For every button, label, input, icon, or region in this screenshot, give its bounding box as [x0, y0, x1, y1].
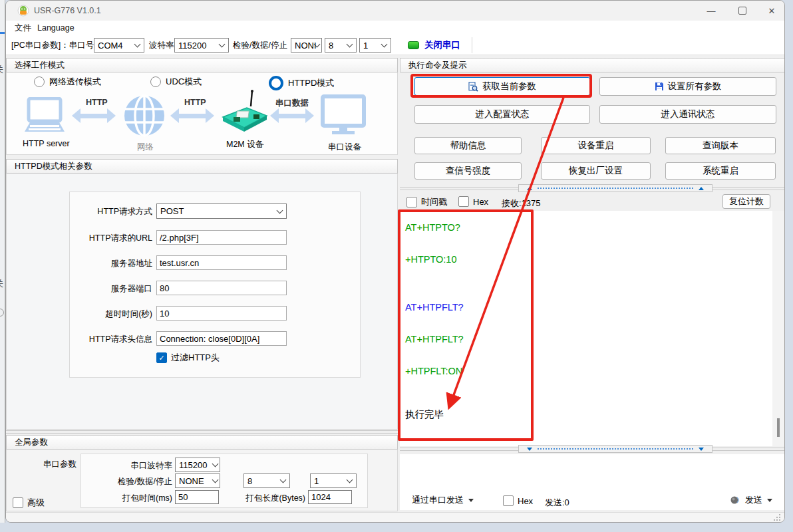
- system-reboot-button[interactable]: 系统重启: [665, 162, 776, 180]
- timeout-label: 超时时间(秒): [59, 309, 152, 320]
- enter-config-button[interactable]: 进入配置状态: [414, 105, 590, 124]
- enter-comm-button[interactable]: 进入通讯状态: [599, 105, 776, 124]
- splitter-handle[interactable]: [518, 445, 713, 453]
- recv-hex-checkbox[interactable]: Hex: [458, 196, 488, 207]
- chevron-down-icon: [219, 41, 226, 48]
- databits-select[interactable]: 8: [325, 38, 357, 53]
- reset-counter-button[interactable]: 复位计数: [722, 194, 770, 209]
- maximize-icon: [738, 7, 746, 15]
- send-via-label: 通过串口发送: [412, 494, 464, 506]
- global-databits-select[interactable]: 8: [243, 473, 290, 488]
- help-info-button[interactable]: 帮助信息: [414, 137, 522, 154]
- radio-label: 网络透传模式: [49, 76, 101, 88]
- m2m-device-icon: [220, 89, 269, 137]
- help-info-label: 帮助信息: [450, 140, 486, 152]
- packlen-input[interactable]: [308, 490, 352, 504]
- radio-transparent-mode[interactable]: 网络透传模式: [34, 76, 101, 88]
- timestamp-label: 时间戳: [421, 196, 447, 208]
- com-port-value: COM4: [98, 41, 123, 51]
- filter-http-checkbox[interactable]: ✓ 过滤HTTP头: [156, 352, 220, 364]
- chevron-down-icon: [280, 477, 287, 483]
- radio-icon: [269, 76, 283, 90]
- checkbox-icon: [406, 197, 417, 207]
- scrollbar-track[interactable]: [772, 211, 784, 446]
- global-params-header-label: 全局参数: [15, 437, 48, 448]
- timestamp-checkbox[interactable]: 时间戳: [406, 196, 447, 208]
- get-params-label: 获取当前参数: [482, 80, 536, 92]
- window-title: USR-G776 V1.0.1: [34, 1, 101, 21]
- baud-select[interactable]: 115200: [174, 38, 229, 53]
- device-reboot-label: 设备重启: [578, 140, 614, 152]
- radio-httpd-mode[interactable]: HTTPD模式: [269, 76, 334, 90]
- close-button[interactable]: ✕: [756, 1, 785, 21]
- double-arrow-icon: [270, 108, 314, 123]
- send-counter: 发送:0: [545, 497, 569, 509]
- send-via-dropdown[interactable]: 通过串口发送: [412, 494, 474, 506]
- edge-fragment-blue-line: [0, 32, 5, 34]
- commands-header: 执行命令及提示: [400, 58, 785, 72]
- chevron-down-icon: [134, 41, 141, 48]
- set-params-button[interactable]: 设置所有参数: [599, 77, 776, 96]
- http-url-input[interactable]: [156, 230, 287, 245]
- http-method-value: POST: [160, 206, 184, 216]
- packtime-label: 打包时间(ms): [86, 493, 172, 504]
- signal-strength-label: 查信号强度: [446, 165, 491, 177]
- filter-http-label: 过滤HTTP头: [171, 352, 220, 364]
- radio-label: HTTPD模式: [288, 77, 334, 89]
- device-reboot-button[interactable]: 设备重启: [541, 137, 651, 154]
- server-port-input[interactable]: [156, 281, 287, 295]
- close-serial-button[interactable]: 关闭串口: [408, 35, 460, 55]
- factory-reset-button[interactable]: 恢复出厂设置: [541, 162, 651, 180]
- parity-select[interactable]: NONI: [291, 38, 322, 53]
- radio-label: UDC模式: [166, 76, 202, 88]
- checkbox-icon: [13, 497, 23, 508]
- radio-udc-mode[interactable]: UDC模式: [150, 76, 202, 88]
- splitter-handle[interactable]: [518, 184, 713, 192]
- send-button[interactable]: 发送: [730, 494, 772, 506]
- receive-log-area[interactable]: AT+HTPTO? +HTPTO:10 AT+HTPFLT? AT+HTPFLT…: [400, 211, 772, 446]
- menu-file[interactable]: 文件: [12, 21, 34, 35]
- stopbits-select[interactable]: 1: [359, 38, 391, 53]
- search-document-icon: [468, 82, 478, 92]
- packtime-input[interactable]: [175, 490, 219, 504]
- commands-header-label: 执行命令及提示: [408, 60, 467, 71]
- databits-value: 8: [329, 41, 333, 51]
- timeout-input[interactable]: [156, 306, 287, 321]
- query-version-button[interactable]: 查询版本: [665, 137, 776, 154]
- server-address-input[interactable]: [156, 255, 287, 270]
- send-hex-checkbox[interactable]: Hex: [503, 495, 533, 506]
- send-hex-label: Hex: [518, 496, 533, 506]
- collapse-down-icon: [527, 448, 532, 451]
- httpd-params-header: HTTPD模式相关参数: [6, 159, 398, 174]
- maximize-button[interactable]: [727, 1, 758, 21]
- global-parity-select[interactable]: NONE: [175, 473, 220, 488]
- edge-fragment-circle: [0, 309, 4, 317]
- serial-group-label: 串口参数: [19, 459, 77, 470]
- laptop-icon: [21, 97, 69, 136]
- close-serial-label: 关闭串口: [424, 39, 460, 51]
- recv-counter: 接收:1375: [502, 198, 541, 209]
- com-port-select[interactable]: COM4: [94, 38, 144, 53]
- global-stopbits-select[interactable]: 1: [310, 473, 357, 488]
- advanced-checkbox[interactable]: 高级: [13, 497, 45, 509]
- diagram-link3-label: 串口数据: [275, 98, 309, 109]
- http-header-input[interactable]: [156, 331, 287, 346]
- system-reboot-label: 系统重启: [703, 165, 738, 177]
- signal-strength-button[interactable]: 查信号强度: [414, 162, 522, 180]
- close-icon: ✕: [768, 6, 776, 16]
- pc-serial-label: [PC串口参数]：串口号: [11, 35, 94, 55]
- menu-language[interactable]: Language: [35, 21, 77, 35]
- resize-grip-icon[interactable]: [773, 513, 781, 521]
- diagram-node-http-server: HTTP server: [23, 139, 70, 148]
- collapse-up-icon: [699, 187, 704, 190]
- global-baud-select[interactable]: 115200: [175, 458, 220, 472]
- get-params-button[interactable]: 获取当前参数: [414, 77, 590, 96]
- collapse-down-icon: [699, 448, 704, 451]
- background-window-fragment: 关 关: [0, 0, 5, 523]
- diagram-node-network: 网络: [137, 142, 154, 153]
- scrollbar-thumb[interactable]: [777, 418, 780, 437]
- http-method-select[interactable]: POST: [156, 203, 287, 219]
- minimize-button[interactable]: —: [696, 1, 726, 21]
- title-bar: USR-G776 V1.0.1 — ✕: [6, 1, 784, 21]
- log-line: +HTPFLT:ON: [405, 366, 462, 376]
